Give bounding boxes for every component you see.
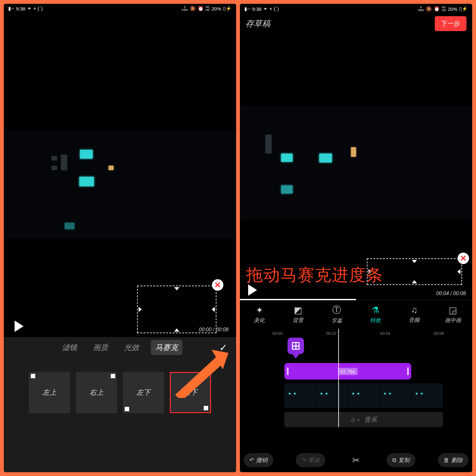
text-icon: Ⓣ	[332, 304, 341, 316]
music-note-icon: ♫﹢	[351, 415, 362, 424]
bottom-spacer	[4, 418, 236, 472]
close-icon[interactable]: ✕	[212, 279, 223, 291]
phone-left: ▮◦◦ 9:38 ⚭ ⌖ (ॱ) 0KB/s 🔕 ⏰ 4GHD 20% ▯⚡	[4, 4, 236, 472]
tool-pip[interactable]: ◲画中画	[440, 305, 466, 324]
resize-bottom-handle[interactable]	[412, 280, 417, 283]
mosaic-selection[interactable]	[137, 286, 216, 333]
phone-right: ▮◦◦ 9:38 ⚭ ⌖ (ॱ) 0KB/s 🔕 ⏰ 4GHD 20% ▯⚡ 存…	[240, 4, 472, 472]
effect-tabs: 滤镜 画质 光效 马赛克 ✓	[4, 337, 236, 358]
tool-row: ✦美化 ◩背景 Ⓣ字幕 ⚗特效 ♫音频 ◲画中画	[240, 300, 472, 329]
scissors-icon: ✂	[352, 455, 360, 466]
time-readout: 00:04 / 00:08	[436, 291, 466, 296]
clip-right-handle[interactable]	[407, 367, 409, 375]
resize-right-handle[interactable]	[457, 269, 460, 274]
bluetooth-icon: ⚭	[263, 6, 268, 12]
clip-duration: 07.76s	[338, 368, 357, 375]
mosaic-marker[interactable]	[288, 338, 304, 359]
mosaic-position-options: 左上 右上 左下 右下	[4, 358, 236, 418]
signal-icon: ▮◦◦	[8, 6, 14, 11]
tab-quality[interactable]: 画质	[89, 340, 113, 355]
battery-icon: ▯⚡	[459, 6, 468, 12]
battery-pct: 20%	[448, 6, 457, 12]
preview-area[interactable]: ✕ 00:04 / 00:08	[240, 33, 472, 300]
tool-beautify[interactable]: ✦美化	[247, 305, 272, 324]
mosaic-clip[interactable]: 07.76s	[284, 363, 411, 380]
net-speed: 0KB/s	[418, 6, 424, 12]
pos-top-right[interactable]: 右上	[76, 372, 117, 413]
status-time: 9:38	[252, 6, 261, 12]
tab-light-fx[interactable]: 光效	[120, 340, 144, 355]
top-bar: 存草稿 下一步	[240, 14, 472, 33]
time-readout: 00:00 / 00:08	[199, 327, 228, 333]
video-track[interactable]	[284, 383, 443, 408]
undo-icon: ↶	[249, 457, 254, 464]
music-icon: ♫	[411, 305, 418, 315]
progress-line[interactable]	[240, 299, 356, 300]
location-icon: ⌖	[269, 6, 272, 12]
tool-subtitle[interactable]: Ⓣ字幕	[324, 304, 349, 325]
redo-button[interactable]: ↷重做	[296, 453, 325, 467]
pos-bottom-right[interactable]: 右下	[170, 372, 211, 413]
net-speed: 0KB/s	[182, 6, 188, 11]
cut-button[interactable]: ✂	[348, 452, 364, 468]
timeline[interactable]: 00:00·· 00:02·· 00:04·· 00:06· 07.76s ♫﹢…	[240, 329, 472, 449]
pos-top-left[interactable]: 左上	[29, 372, 70, 413]
action-bar: ↶撤销 ↷重做 ✂ ⧉复制 🗑删除	[240, 449, 472, 471]
tab-filter[interactable]: 滤镜	[57, 340, 82, 355]
background-icon: ◩	[294, 305, 302, 315]
annotation-text: 拖动马赛克进度条	[246, 264, 383, 286]
pos-bottom-left[interactable]: 左下	[123, 372, 164, 413]
resize-right-handle[interactable]	[212, 307, 215, 312]
hotspot-icon: (ॱ)	[274, 6, 279, 12]
save-draft-button[interactable]: 存草稿	[246, 18, 270, 29]
hotspot-icon: (ॱ)	[38, 6, 43, 11]
resize-left-handle[interactable]	[139, 307, 142, 312]
delete-button[interactable]: 🗑删除	[438, 453, 468, 467]
resize-top-handle[interactable]	[412, 260, 417, 263]
dnd-icon: 🔕	[190, 6, 196, 11]
battery-pct: 20%	[212, 6, 221, 11]
dnd-icon: 🔕	[426, 6, 432, 12]
play-icon[interactable]	[15, 321, 23, 332]
pip-icon: ◲	[449, 305, 457, 315]
playhead[interactable]	[338, 329, 339, 427]
resize-bottom-handle[interactable]	[174, 328, 179, 332]
tool-effect[interactable]: ⚗特效	[363, 305, 388, 324]
mosaic-icon	[292, 342, 300, 350]
copy-button[interactable]: ⧉复制	[387, 453, 415, 467]
network-type: 4GHD	[442, 6, 446, 12]
tab-mosaic[interactable]: 马赛克	[151, 340, 182, 355]
location-icon: ⌖	[33, 6, 36, 11]
flask-icon: ⚗	[372, 305, 380, 315]
confirm-icon[interactable]: ✓	[219, 342, 227, 353]
bluetooth-icon: ⚭	[27, 6, 31, 11]
undo-button[interactable]: ↶撤销	[244, 453, 273, 467]
network-type: 4GHD	[206, 6, 210, 11]
redo-icon: ↷	[301, 457, 306, 464]
status-bar: ▮◦◦ 9:38 ⚭ ⌖ (ॱ) 0KB/s 🔕 ⏰ 4GHD 20% ▯⚡	[240, 4, 472, 14]
resize-top-handle[interactable]	[174, 287, 179, 290]
next-button[interactable]: 下一步	[435, 16, 466, 31]
status-bar: ▮◦◦ 9:38 ⚭ ⌖ (ॱ) 0KB/s 🔕 ⏰ 4GHD 20% ▯⚡	[4, 4, 236, 13]
wand-icon: ✦	[256, 305, 263, 315]
tool-audio[interactable]: ♫音频	[401, 305, 427, 324]
tool-background[interactable]: ◩背景	[285, 305, 311, 324]
alarm-icon: ⏰	[198, 6, 204, 11]
clip-left-handle[interactable]	[287, 367, 288, 375]
signal-icon: ▮◦◦	[244, 6, 250, 12]
alarm-icon: ⏰	[434, 6, 440, 12]
add-music-button[interactable]: ♫﹢ 音乐	[284, 412, 443, 427]
time-ruler: 00:00·· 00:02·· 00:04·· 00:06·	[268, 330, 466, 336]
battery-icon: ▯⚡	[223, 6, 232, 11]
status-time: 9:38	[16, 6, 25, 11]
close-icon[interactable]: ✕	[458, 253, 469, 264]
copy-icon: ⧉	[392, 457, 396, 464]
trash-icon: 🗑	[444, 457, 449, 464]
preview-area[interactable]: ✕ 00:00 / 00:08	[4, 13, 236, 337]
